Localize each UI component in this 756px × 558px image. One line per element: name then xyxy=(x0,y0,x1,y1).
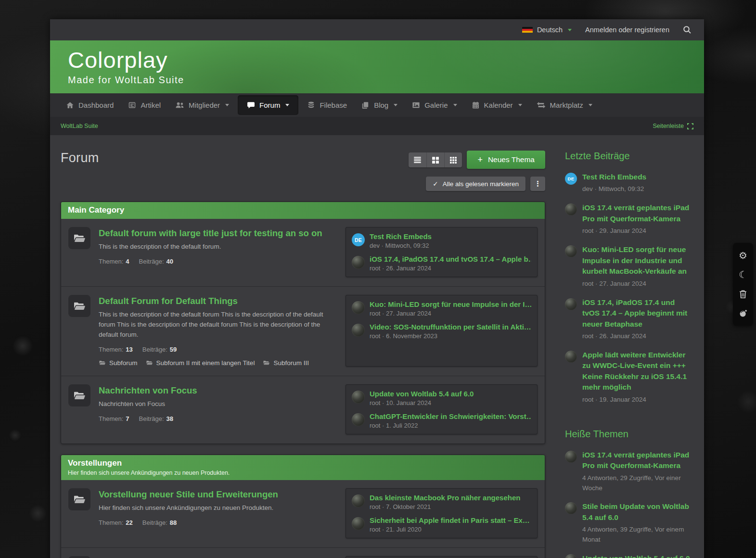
post-title[interactable]: Test Rich Embeds xyxy=(370,232,531,241)
forum-title[interactable]: Vorstellung neuer Stile und Erweiterunge… xyxy=(99,489,337,500)
breadcrumb-bar: WoltLab Suite Seitenleiste xyxy=(50,117,704,135)
post-title[interactable]: Update von Woltlab 5.4 auf 6.0 xyxy=(370,390,531,398)
top-bar: Deutsch Anmelden oder registrieren xyxy=(50,19,704,40)
sidebar-toggle[interactable]: Seitenleiste xyxy=(653,123,693,129)
post-title[interactable]: iOS 17.4, iPadOS 17.4 und tvOS 17.4 – Ap… xyxy=(582,297,693,330)
avatar[interactable] xyxy=(565,203,577,216)
avatar[interactable] xyxy=(565,554,577,558)
site-logo[interactable]: Colorplay xyxy=(68,48,704,72)
grid-view-button[interactable] xyxy=(426,152,444,167)
plus-icon: + xyxy=(477,155,483,164)
folder-open-icon[interactable] xyxy=(68,556,90,558)
forum-title[interactable]: Default forum with large title just for … xyxy=(99,228,337,239)
compact-grid-view-button[interactable] xyxy=(444,152,462,167)
topic-meta: 4 Antworten, 39 Zugriffe, Vor einem Mona… xyxy=(582,525,693,545)
post-meta: root · 19. Januar 2024 xyxy=(582,395,693,405)
post-meta: root · 21. Juli 2020 xyxy=(370,526,531,533)
avatar[interactable] xyxy=(352,301,365,314)
avatar[interactable]: DE xyxy=(352,233,365,246)
subforum-link[interactable]: Subforum xyxy=(99,359,138,367)
subforum-list: Subforum Subforum II mit einem langen Ti… xyxy=(99,359,337,367)
post-title[interactable]: Test Rich Embeds xyxy=(582,172,693,182)
nav-item-filebase[interactable]: Filebase xyxy=(300,93,354,117)
topic-meta: 4 Antworten, 29 Zugriffe, Vor einer Woch… xyxy=(582,473,693,494)
nav-item-marktplatz[interactable]: Marktplatz xyxy=(529,93,600,117)
post-title[interactable]: ChatGPT-Entwickler in Schwierigkeiten: V… xyxy=(370,412,531,420)
subforum-link[interactable]: Subforum II mit einem langen Titel xyxy=(146,359,255,367)
avatar[interactable] xyxy=(352,495,365,507)
latest-post: ChatGPT-Entwickler in Schwierigkeiten: V… xyxy=(352,412,531,429)
folder-open-icon[interactable] xyxy=(68,295,90,317)
list-item: Kuo: Mini-LED sorgt für neue Impulse in … xyxy=(565,244,693,289)
avatar[interactable] xyxy=(565,351,577,363)
forum-description: This is the description of the default f… xyxy=(99,310,337,340)
settings-gear-icon[interactable]: ⚙ xyxy=(737,250,749,261)
avatar[interactable] xyxy=(565,245,577,257)
forum-stats: Themen:4 Beiträge:40 xyxy=(99,258,337,265)
nav-item-dashboard[interactable]: Dashboard xyxy=(59,93,121,117)
topic-title[interactable]: Update von Woltlab 5.4 auf 6.0 xyxy=(582,553,693,558)
new-topic-button[interactable]: + Neues Thema xyxy=(467,151,545,169)
posts-count: 40 xyxy=(167,258,173,265)
nav-item-kalender[interactable]: Kalender xyxy=(464,93,529,117)
search-icon[interactable] xyxy=(683,25,692,34)
login-register-link[interactable]: Anmelden oder registrieren xyxy=(585,26,669,34)
avatar[interactable] xyxy=(565,502,577,514)
folder-open-icon[interactable] xyxy=(68,488,90,510)
post-title[interactable]: iOS 17.4, iPadOS 17.4 und tvOS 17.4 – Ap… xyxy=(370,255,531,263)
topic-title[interactable]: iOS 17.4 verrät geplantes iPad Pro mit Q… xyxy=(582,450,693,471)
trash-icon[interactable] xyxy=(737,288,749,300)
mark-all-read-button[interactable]: ✓ Alle als gelesen markieren xyxy=(426,177,525,191)
kebab-icon: ⋮ xyxy=(534,179,541,188)
post-title[interactable]: Apple lädt weitere Entwickler zu WWDC-Li… xyxy=(582,350,693,393)
avatar[interactable] xyxy=(565,298,577,310)
folder-icon xyxy=(263,360,270,366)
folder-open-icon[interactable] xyxy=(68,227,90,249)
dark-mode-moon-icon[interactable]: ☾ xyxy=(737,269,749,280)
posts-count: 38 xyxy=(167,415,173,422)
breadcrumb[interactable]: WoltLab Suite xyxy=(61,123,98,129)
post-title[interactable]: Kuo: Mini-LED sorgt für neue Impulse in … xyxy=(370,300,531,308)
nav-item-blog[interactable]: Blog xyxy=(354,93,405,117)
chevron-down-icon xyxy=(568,29,572,31)
avatar[interactable] xyxy=(565,451,577,463)
german-flag-icon xyxy=(522,27,533,33)
post-title[interactable]: Kuo: Mini-LED sorgt für neue Impulse in … xyxy=(582,244,693,277)
forum-title[interactable]: Default Forum for Default Things xyxy=(99,295,337,306)
style-sphere-icon[interactable] xyxy=(737,307,749,319)
forum-description: Nachrichten von Focus xyxy=(99,399,337,409)
post-title[interactable]: iOS 17.4 verrät geplantes iPad Pro mit Q… xyxy=(582,203,693,224)
subforum-link[interactable]: Subforum III xyxy=(263,359,309,367)
latest-post: Sicherheit bei Apple findet in Paris sta… xyxy=(352,516,531,533)
avatar[interactable] xyxy=(352,391,365,404)
nav-item-artikel[interactable]: Artikel xyxy=(121,93,168,117)
category-main: Main Category Default forum with large t… xyxy=(61,202,545,444)
category-subtitle: Hier finden sich unsere Ankündigungen zu… xyxy=(68,469,538,476)
nav-item-galerie[interactable]: Galerie xyxy=(405,93,464,117)
more-options-button[interactable]: ⋮ xyxy=(530,177,545,191)
topics-count: 22 xyxy=(126,519,132,526)
avatar[interactable]: DE xyxy=(565,173,577,185)
post-meta: root · 29. Januar 2024 xyxy=(582,226,693,236)
list-item: Apple lädt weitere Entwickler zu WWDC-Li… xyxy=(565,350,693,405)
list-item: Stile beim Update von Woltlab 5.4 auf 6.… xyxy=(565,501,693,545)
post-title[interactable]: Sicherheit bei Apple findet in Paris sta… xyxy=(370,516,531,524)
avatar[interactable] xyxy=(352,324,365,337)
site-container: Deutsch Anmelden oder registrieren Color… xyxy=(50,19,704,558)
avatar[interactable] xyxy=(352,517,365,530)
list-item: iOS 17.4 verrät geplantes iPad Pro mit Q… xyxy=(565,450,693,494)
chevron-down-icon xyxy=(453,104,457,106)
folder-open-icon[interactable] xyxy=(68,384,90,406)
forum-title[interactable]: Nachrichten von Focus xyxy=(99,385,337,396)
list-view-button[interactable] xyxy=(409,152,426,167)
site-tagline: Made for WoltLab Suite xyxy=(68,75,704,86)
language-selector[interactable]: Deutsch xyxy=(522,26,572,34)
post-title[interactable]: Das kleinste Macbook Pro näher angesehen xyxy=(370,494,531,502)
topic-title[interactable]: Stile beim Update von Woltlab 5.4 auf 6.… xyxy=(582,501,693,523)
post-title[interactable]: Video: SOS-Notruffunktion per Satellit i… xyxy=(370,323,531,331)
hot-topics-heading: Heiße Themen xyxy=(565,429,693,440)
avatar[interactable] xyxy=(352,413,365,426)
nav-item-mitglieder[interactable]: Mitglieder xyxy=(168,93,236,117)
nav-item-forum[interactable]: Forum xyxy=(238,95,298,115)
avatar[interactable] xyxy=(352,256,365,269)
